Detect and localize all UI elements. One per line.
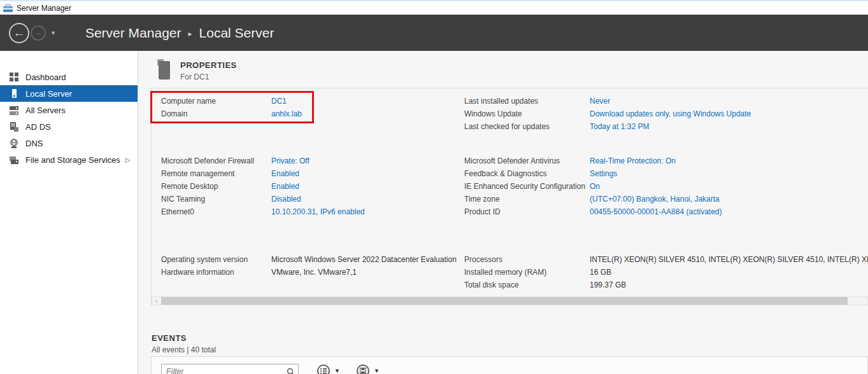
property-row: Last installed updates Never — [464, 95, 868, 107]
events-save-button[interactable] — [357, 364, 369, 374]
windows-update-link[interactable]: Download updates only, using Windows Upd… — [590, 109, 751, 118]
horizontal-scrollbar[interactable]: ‹ — [152, 296, 868, 305]
events-view-options-button[interactable] — [317, 364, 330, 374]
remote-management-link[interactable]: Enabled — [271, 169, 299, 178]
events-filter — [161, 364, 299, 374]
properties-subtitle: For DC1 — [180, 73, 209, 81]
nic-teaming-link[interactable]: Disabled — [271, 195, 301, 204]
properties-title: PROPERTIES — [180, 60, 237, 70]
expand-arrow-icon[interactable]: ▷ — [125, 156, 131, 163]
property-label: Processors — [464, 255, 590, 264]
save-icon — [360, 365, 366, 374]
servers-icon — [9, 105, 19, 115]
server-icon — [9, 88, 19, 99]
property-row: Last checked for updates Today at 1:32 P… — [464, 120, 868, 133]
property-row: Remote management Enabled — [161, 167, 365, 180]
property-label: Remote Desktop — [161, 182, 271, 191]
property-label: NIC Teaming — [161, 195, 271, 204]
sidebar-item-label: AD DS — [25, 122, 51, 132]
sidebar-item-all-servers[interactable]: All Servers — [0, 102, 138, 118]
hardware-info-value: VMware, Inc. VMware7,1 — [271, 268, 357, 277]
sidebar-item-dns[interactable]: DNS — [0, 135, 138, 151]
os-version-value: Microsoft Windows Server 2022 Datacenter… — [271, 255, 457, 264]
remote-desktop-link[interactable]: Enabled — [271, 182, 299, 191]
ethernet0-link[interactable]: 10.10.200.31, IPv6 enabled — [271, 207, 365, 216]
scrollbar-thumb[interactable] — [161, 297, 848, 305]
sidebar-item-file-storage-services[interactable]: File and Storage Services ▷ — [0, 151, 138, 168]
property-label: Last checked for updates — [464, 122, 590, 131]
dashboard-icon — [9, 72, 19, 82]
property-label: Microsoft Defender Antivirus — [464, 156, 590, 165]
sidebar-item-label: Dashboard — [25, 73, 66, 82]
property-label: Installed memory (RAM) — [464, 268, 590, 277]
red-highlight-annotation — [150, 91, 314, 123]
file-storage-icon — [9, 155, 19, 165]
sidebar-item-label: All Servers — [25, 106, 66, 115]
history-dropdown-caret-icon[interactable]: ▼ — [50, 30, 56, 36]
property-row: Operating system version Microsoft Windo… — [161, 253, 457, 266]
back-arrow-icon: ← — [13, 26, 25, 40]
property-label: Ethernet0 — [161, 207, 271, 216]
events-subtitle: All events | 40 total — [152, 345, 216, 354]
sidebar-item-ad-ds[interactable]: AD DS — [0, 118, 138, 135]
properties-panel: Computer name DC1 Domain anhlx.lab Last … — [151, 88, 868, 305]
last-checked-updates-link[interactable]: Today at 1:32 PM — [590, 122, 649, 131]
chevron-down-icon[interactable]: ▼ — [334, 368, 340, 374]
search-icon — [287, 367, 295, 374]
sidebar-item-label: File and Storage Services — [25, 155, 120, 165]
property-label: IE Enhanced Security Configuration — [464, 182, 590, 191]
events-panel: ▼ ▼ — [151, 356, 868, 374]
defender-firewall-link[interactable]: Private: Off — [271, 156, 309, 165]
property-label: Time zone — [464, 195, 590, 204]
property-label: Microsoft Defender Firewall — [161, 156, 271, 165]
property-row: Total disk space 199.37 GB — [464, 279, 868, 291]
sidebar-item-dashboard[interactable]: Dashboard — [0, 69, 138, 85]
property-label: Operating system version — [161, 255, 271, 264]
product-id-link[interactable]: 00455-50000-00001-AA884 (activated) — [590, 207, 722, 216]
installed-memory-value: 16 GB — [590, 268, 611, 277]
property-row: Feedback & Diagnostics Settings — [464, 167, 868, 180]
property-row: Microsoft Defender Firewall Private: Off — [161, 155, 365, 167]
window-title: Server Manager — [17, 4, 71, 13]
main-content: PROPERTIES For DC1 Computer name DC1 Dom… — [138, 51, 868, 374]
scroll-left-arrow-icon[interactable]: ‹ — [152, 297, 161, 305]
property-row: Installed memory (RAM) 16 GB — [464, 266, 868, 279]
property-label: Windows Update — [464, 109, 590, 118]
breadcrumb-root[interactable]: Server Manager — [85, 25, 181, 41]
property-label: Remote management — [161, 169, 271, 178]
property-row: Hardware information VMware, Inc. VMware… — [161, 266, 457, 279]
list-icon — [320, 365, 327, 374]
property-group: Processors INTEL(R) XEON(R) SILVER 4510,… — [464, 253, 868, 291]
ie-esc-link[interactable]: On — [590, 182, 600, 191]
processors-value: INTEL(R) XEON(R) SILVER 4510, INTEL(R) X… — [590, 255, 868, 264]
chevron-down-icon[interactable]: ▼ — [374, 368, 380, 374]
property-row: Remote Desktop Enabled — [161, 180, 365, 193]
feedback-diagnostics-link[interactable]: Settings — [590, 169, 617, 178]
property-label: Product ID — [464, 207, 590, 216]
total-disk-space-value: 199.37 GB — [590, 280, 626, 289]
last-installed-updates-link[interactable]: Never — [590, 97, 610, 106]
breadcrumb: Server Manager ▸ Local Server — [85, 25, 274, 41]
forward-arrow-icon: → — [34, 28, 43, 38]
dns-icon — [9, 138, 19, 148]
property-row: IE Enhanced Security Configuration On — [464, 180, 868, 193]
sidebar-item-local-server[interactable]: Local Server — [0, 85, 138, 102]
property-row: Windows Update Download updates only, us… — [464, 107, 868, 120]
properties-server-icon — [156, 59, 173, 82]
sidebar-item-label: Local Server — [25, 89, 72, 99]
events-title: EVENTS — [152, 333, 187, 343]
sidebar: Dashboard Local Server All Servers AD DS — [0, 51, 138, 374]
breadcrumb-current: Local Server — [199, 25, 274, 41]
events-filter-input[interactable] — [161, 364, 299, 374]
back-button[interactable]: ← — [9, 23, 29, 43]
breadcrumb-separator-icon: ▸ — [189, 28, 192, 38]
forward-button[interactable]: → — [31, 25, 46, 41]
defender-antivirus-link[interactable]: Real-Time Protection: On — [590, 156, 676, 165]
property-label: Last installed updates — [464, 97, 590, 106]
server-manager-window: Server Manager ← → ▼ Server Manager ▸ Lo… — [0, 0, 868, 374]
time-zone-link[interactable]: (UTC+07:00) Bangkok, Hanoi, Jakarta — [590, 195, 720, 204]
server-manager-toolbox-icon — [3, 4, 13, 12]
property-label: Feedback & Diagnostics — [464, 169, 590, 178]
property-row: Product ID 00455-50000-00001-AA884 (acti… — [464, 205, 868, 218]
property-group: Microsoft Defender Firewall Private: Off… — [161, 155, 365, 218]
